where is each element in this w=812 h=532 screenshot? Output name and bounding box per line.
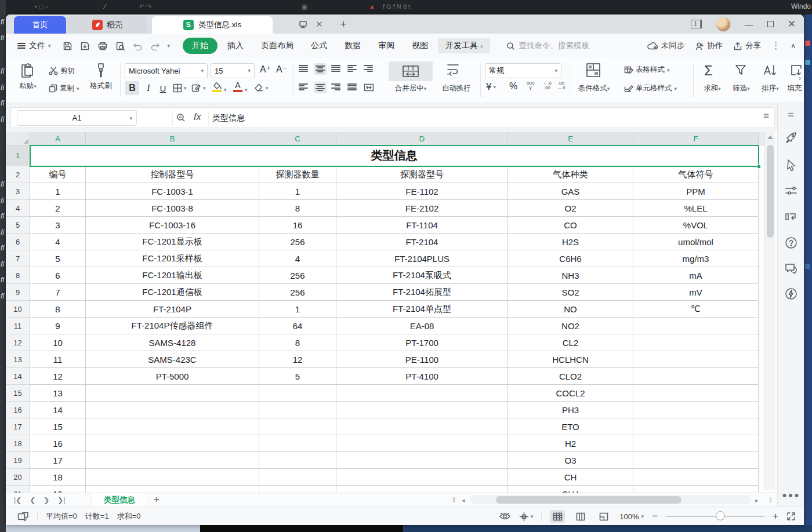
undo-icon[interactable] <box>133 42 143 50</box>
cell[interactable]: 1 <box>259 183 336 200</box>
cell[interactable]: GAS <box>508 183 633 200</box>
currency-icon[interactable]: ¥▾ <box>486 81 496 93</box>
cell[interactable]: 6 <box>30 267 86 284</box>
cell[interactable]: 4 <box>259 250 336 267</box>
paste-icon[interactable] <box>20 63 35 79</box>
cell[interactable]: PPM <box>633 183 759 200</box>
sum-icon[interactable]: Σ <box>704 63 713 79</box>
align-left-icon[interactable] <box>299 83 308 90</box>
cell[interactable]: 7 <box>30 284 86 301</box>
close-button[interactable]: ✕ <box>788 19 796 29</box>
menu-tab-5[interactable]: 审阅 <box>371 38 402 53</box>
sort-label[interactable]: 排序▾ <box>756 83 784 93</box>
cell[interactable]: EA-08 <box>336 318 508 334</box>
row-header-9[interactable]: 9 <box>6 284 30 301</box>
font-color-dropdown-icon[interactable]: ▾ <box>245 87 248 93</box>
increase-decimal-icon[interactable]: ←.0.00 <box>543 81 552 90</box>
cell[interactable]: 15 <box>30 418 86 435</box>
menu-tab-6[interactable]: 视图 <box>404 38 436 53</box>
comma-style-icon[interactable]: 000𝗒 <box>527 81 534 90</box>
vertical-scrollbar[interactable] <box>764 132 775 490</box>
cell[interactable] <box>86 452 259 469</box>
row-header-2[interactable]: 2 <box>6 166 30 183</box>
zoom-in-icon[interactable]: + <box>773 511 778 522</box>
formula-value[interactable]: 类型信息 <box>212 108 245 129</box>
first-sheet-icon[interactable]: |❮ <box>14 496 21 504</box>
page-layout-view-button[interactable] <box>573 510 588 523</box>
font-size-select[interactable]: 15▾ <box>211 63 255 78</box>
cell[interactable]: 2 <box>30 200 86 217</box>
menu-tab-0[interactable]: 开始 <box>183 38 217 54</box>
cell[interactable]: FT-2104PLUS <box>336 250 508 267</box>
name-box[interactable]: A1▾ <box>17 110 137 126</box>
quick-actions-icon[interactable] <box>778 287 804 300</box>
horizontal-scrollbar[interactable] <box>470 495 751 504</box>
cell[interactable]: 14 <box>30 402 86 418</box>
cell-style-pen-icon[interactable]: ▾ <box>191 83 206 93</box>
cell[interactable] <box>336 469 508 486</box>
menu-tab-3[interactable]: 公式 <box>303 38 335 53</box>
cut-button[interactable]: 剪切 <box>49 66 75 76</box>
cell[interactable]: mg/m3 <box>633 250 759 267</box>
italic-button[interactable]: I <box>143 81 154 95</box>
page-break-view-button[interactable] <box>596 510 611 523</box>
format-painter-label[interactable]: 格式刷 <box>86 81 116 91</box>
cell[interactable]: CLO2 <box>508 368 633 385</box>
cell[interactable]: %LEL <box>633 200 759 217</box>
distribute-icon[interactable] <box>364 83 374 92</box>
decrease-decimal-icon[interactable]: .00→.0 <box>557 81 566 90</box>
scroll-right-icon[interactable]: ▸ <box>755 497 759 504</box>
panel-handle-icon[interactable]: 〓 <box>778 110 804 120</box>
horizontal-scroll-thumb[interactable] <box>496 496 682 504</box>
scroll-up-icon[interactable] <box>767 136 773 139</box>
cell[interactable]: SO2 <box>508 284 633 301</box>
cell[interactable]: 气体种类 <box>508 166 633 183</box>
cell[interactable] <box>633 418 759 435</box>
row-header-4[interactable]: 4 <box>6 200 30 217</box>
rocket-icon[interactable] <box>778 131 804 144</box>
share-button[interactable]: 分享 <box>733 41 761 51</box>
collab-button[interactable]: 协作 <box>695 41 723 51</box>
merge-center-icon[interactable] <box>389 61 433 81</box>
cell[interactable]: 16 <box>30 435 86 452</box>
row-header-20[interactable]: 20 <box>6 469 30 486</box>
cell[interactable]: FC-1201通信板 <box>86 284 259 301</box>
cell[interactable] <box>259 385 336 402</box>
align-center-icon[interactable] <box>314 82 327 93</box>
window-count-badge[interactable]: 1 <box>691 20 702 28</box>
cell[interactable] <box>259 452 336 469</box>
cell[interactable]: 17 <box>30 452 86 469</box>
cell[interactable] <box>336 435 508 452</box>
row-header-5[interactable]: 5 <box>6 217 30 234</box>
wrap-text-icon[interactable] <box>445 63 461 76</box>
cell[interactable] <box>633 385 759 402</box>
assistant-chat-icon[interactable] <box>778 262 804 275</box>
row-header-19[interactable]: 19 <box>6 452 30 469</box>
cell[interactable] <box>336 486 508 493</box>
active-document-tab[interactable]: S 类型信息.xls <box>152 16 273 34</box>
cell[interactable]: PT-1700 <box>336 334 508 351</box>
cell[interactable]: FC-1201采样板 <box>86 250 259 267</box>
cell[interactable]: SAMS-4128 <box>86 334 259 351</box>
conditional-format-label[interactable]: 条件格式▾ <box>572 83 616 93</box>
table-style-button[interactable]: 表格样式▾ <box>624 65 670 75</box>
font-color-icon[interactable]: A <box>233 81 242 92</box>
cell[interactable]: 8 <box>259 200 336 217</box>
cell[interactable]: H2S <box>508 234 633 250</box>
print-preview-icon[interactable] <box>115 41 125 51</box>
select-all-corner[interactable] <box>6 132 30 145</box>
minimize-button[interactable]: — <box>745 20 753 28</box>
cell[interactable] <box>259 435 336 452</box>
prev-sheet-icon[interactable]: ❮ <box>30 496 35 504</box>
row-header-3[interactable]: 3 <box>6 183 30 200</box>
row-header-11[interactable]: 11 <box>6 318 30 334</box>
menu-tab-7[interactable]: 开发工具› <box>438 38 490 53</box>
decrease-font-icon[interactable]: A⁻ <box>276 64 287 75</box>
zoom-slider-knob[interactable] <box>716 511 725 520</box>
cell[interactable]: NO2 <box>508 318 633 334</box>
cell[interactable] <box>633 435 759 452</box>
cell[interactable] <box>86 418 259 435</box>
cell[interactable]: 11 <box>30 351 86 368</box>
selection-stats-icon[interactable] <box>17 512 29 522</box>
cell[interactable] <box>86 385 259 402</box>
